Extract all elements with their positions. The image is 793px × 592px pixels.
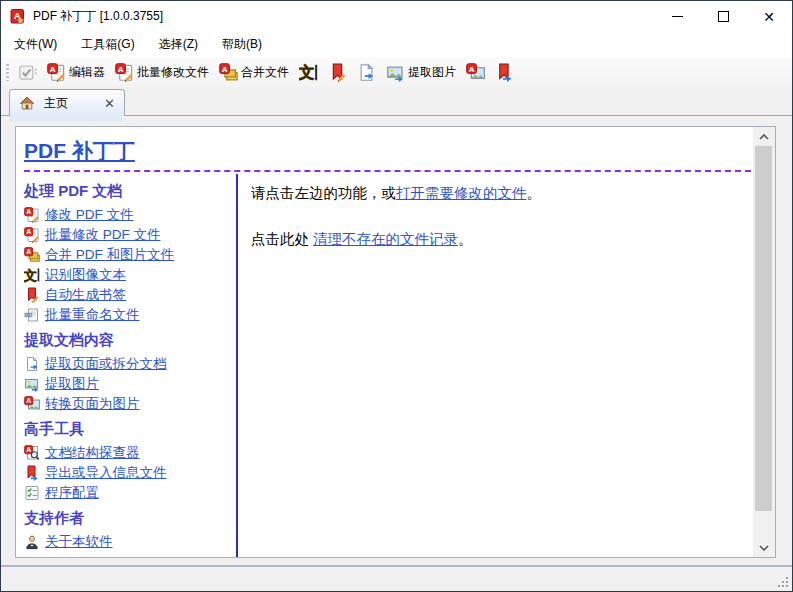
bookmark-export-icon: [495, 63, 514, 82]
page-extract-icon: [24, 356, 40, 372]
welcome-text: 请点击左边的功能，或: [251, 185, 396, 201]
page-extract-icon: [357, 63, 376, 82]
tab-close-icon[interactable]: ✕: [104, 97, 115, 110]
sidebar-link-batch-modify[interactable]: 批量修改 PDF 文件: [45, 226, 161, 244]
toolbar-button-label: 提取图片: [408, 64, 456, 81]
minimize-button[interactable]: [654, 1, 700, 32]
sidebar-item-app-config: 程序配置: [24, 483, 236, 503]
toolbar-button-render-pages[interactable]: A: [462, 61, 489, 84]
toolbar: A编辑器A批量修改文件A合并文件文提取图片A: [1, 57, 792, 87]
tab-label: 主页: [44, 95, 68, 112]
svg-text:文: 文: [24, 268, 38, 283]
svg-text:A: A: [50, 64, 56, 73]
sidebar-link-render-pages[interactable]: 转换页面为图片: [45, 395, 140, 413]
menu-item-file[interactable]: 文件(W): [2, 32, 69, 57]
section-header: 处理 PDF 文档: [24, 182, 236, 201]
toolbar-button-export-info[interactable]: [491, 61, 518, 84]
toolbar-button-editor[interactable]: A编辑器: [43, 61, 109, 84]
app-window: A PDF 补丁丁 [1.0.0.3755] ✕ 文件(W)工具箱(G)选择(Z…: [0, 0, 793, 592]
svg-text:A: A: [26, 228, 31, 235]
vertical-scrollbar[interactable]: [753, 127, 775, 557]
pdf-edit-icon: A: [24, 207, 40, 223]
dashed-divider: [24, 170, 751, 172]
open-file-link[interactable]: 打开需要修改的文件: [396, 185, 527, 201]
home-panel: PDF 补丁丁 处理 PDF 文档A修改 PDF 文件A批量修改 PDF 文件A…: [15, 126, 776, 558]
user-icon: [24, 534, 40, 550]
window-controls: ✕: [654, 1, 792, 32]
pdf-edit-icon: A: [115, 63, 134, 82]
sidebar-item-render-pages: A转换页面为图片: [24, 394, 236, 414]
resize-grip-icon[interactable]: [776, 575, 789, 588]
toolbar-button-extract-images[interactable]: 提取图片: [382, 61, 460, 84]
scrollbar-thumb[interactable]: [755, 146, 772, 511]
sidebar-item-modify-pdf: A修改 PDF 文件: [24, 205, 236, 225]
clean-history-link[interactable]: 清理不存在的文件记录: [313, 231, 458, 247]
sidebar-item-ocr-text: 文识别图像文本: [24, 265, 236, 285]
welcome-panel: 请点击左边的功能，或打开需要修改的文件。 点击此处 清理不存在的文件记录。: [236, 174, 753, 557]
ocr-icon: 文: [299, 63, 318, 82]
sidebar-link-doc-inspector[interactable]: 文档结构探查器: [45, 444, 140, 462]
sidebar-item-doc-inspector: A文档结构探查器: [24, 443, 236, 463]
sidebar-link-auto-bookmark[interactable]: 自动生成书签: [45, 286, 126, 304]
section-header: 支持作者: [24, 509, 236, 528]
toolbar-button-batch-modify[interactable]: A批量修改文件: [111, 61, 213, 84]
toolbar-button-label: 编辑器: [69, 64, 105, 81]
sidebar-item-import-export: 导出或导入信息文件: [24, 463, 236, 483]
welcome-text: 点击此处: [251, 231, 313, 247]
welcome-text: 。: [458, 231, 473, 247]
sidebar-item-batch-modify: A批量修改 PDF 文件: [24, 225, 236, 245]
svg-text:A: A: [26, 397, 31, 404]
sidebar-link-about[interactable]: 关于本软件: [45, 533, 113, 551]
menu-item-help[interactable]: 帮助(B): [210, 32, 274, 57]
menu-item-toolbox[interactable]: 工具箱(G): [69, 32, 146, 57]
section-header: 提取文档内容: [24, 331, 236, 350]
toolbar-grip-handle[interactable]: [6, 64, 9, 81]
toolbar-button-label: 合并文件: [241, 64, 289, 81]
inspector-icon: A: [24, 445, 40, 461]
pdf-to-image-icon: A: [466, 63, 485, 82]
sidebar-link-app-config[interactable]: 程序配置: [45, 484, 99, 502]
toolbar-button-extract-pages[interactable]: [353, 61, 380, 84]
rename-icon: [24, 307, 40, 323]
toolbar-button-ocr[interactable]: 文: [295, 61, 322, 84]
toolbar-button-auto-bookmark[interactable]: [324, 61, 351, 84]
close-icon: ✕: [763, 10, 775, 24]
section-header: 高手工具: [24, 420, 236, 439]
menu-item-select[interactable]: 选择(Z): [147, 32, 210, 57]
sidebar-item-extract-pages: 提取页面或拆分文档: [24, 354, 236, 374]
tab-underlay: [1, 116, 792, 122]
maximize-icon: [718, 11, 729, 22]
close-button[interactable]: ✕: [746, 1, 792, 32]
scroll-down-icon[interactable]: [753, 539, 775, 556]
svg-text:A: A: [26, 446, 31, 453]
page-title[interactable]: PDF 补丁丁: [24, 137, 751, 165]
sidebar-link-merge-pdf-image[interactable]: 合并 PDF 和图片文件: [45, 246, 174, 264]
image-extract-icon: [24, 376, 40, 392]
function-sidebar: 处理 PDF 文档A修改 PDF 文件A批量修改 PDF 文件A合并 PDF 和…: [24, 174, 236, 557]
scroll-up-icon[interactable]: [753, 128, 775, 145]
svg-text:A: A: [26, 248, 31, 255]
svg-text:A: A: [222, 64, 228, 73]
sidebar-link-extract-pages[interactable]: 提取页面或拆分文档: [45, 355, 167, 373]
maximize-button[interactable]: [700, 1, 746, 32]
sidebar-link-extract-images[interactable]: 提取图片: [45, 375, 99, 393]
tab-home[interactable]: 主页 ✕: [9, 89, 125, 116]
toolbar-button-select-toggle[interactable]: [14, 61, 41, 84]
title-bar: A PDF 补丁丁 [1.0.0.3755] ✕: [1, 1, 792, 32]
sidebar-link-ocr-text[interactable]: 识别图像文本: [45, 266, 126, 284]
svg-text:A: A: [26, 208, 31, 215]
sidebar-item-extract-images: 提取图片: [24, 374, 236, 394]
home-page: PDF 补丁丁 处理 PDF 文档A修改 PDF 文件A批量修改 PDF 文件A…: [16, 127, 753, 557]
sidebar-link-batch-rename[interactable]: 批量重命名文件: [45, 306, 140, 324]
welcome-line-2: 点击此处 清理不存在的文件记录。: [251, 230, 753, 249]
app-icon: A: [10, 9, 26, 25]
toolbar-button-label: 批量修改文件: [137, 64, 209, 81]
image-extract-icon: [386, 63, 405, 82]
welcome-text: 。: [527, 185, 542, 201]
sidebar-link-import-export[interactable]: 导出或导入信息文件: [45, 464, 167, 482]
sidebar-item-merge-pdf-image: A合并 PDF 和图片文件: [24, 245, 236, 265]
sidebar-item-auto-bookmark: 自动生成书签: [24, 285, 236, 305]
sidebar-link-modify-pdf[interactable]: 修改 PDF 文件: [45, 206, 134, 224]
bookmark-edit-icon: [24, 287, 40, 303]
toolbar-button-merge-files[interactable]: A合并文件: [215, 61, 293, 84]
